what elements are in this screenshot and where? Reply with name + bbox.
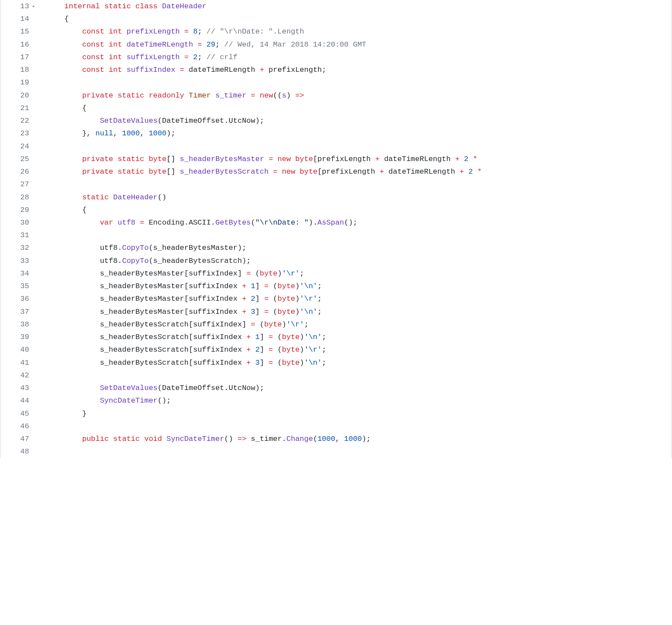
- code-view[interactable]: 13 internal static class DateHeader14 {1…: [0, 0, 672, 458]
- code-line[interactable]: 43 SetDateValues(DateTimeOffset.UtcNow);: [0, 382, 672, 394]
- line-number[interactable]: 34: [0, 267, 37, 280]
- line-number[interactable]: 37: [0, 306, 37, 318]
- code-content[interactable]: s_headerBytesMaster[suffixIndex + 1] = (…: [37, 280, 672, 292]
- line-number[interactable]: 48: [0, 445, 37, 458]
- line-number[interactable]: 29: [0, 204, 37, 216]
- code-line[interactable]: 27: [0, 178, 672, 191]
- code-content[interactable]: const int suffixLength = 2; // crlf: [37, 51, 672, 64]
- code-content[interactable]: utf8.CopyTo(s_headerBytesMaster);: [37, 242, 672, 254]
- code-content[interactable]: {: [37, 102, 672, 114]
- code-content[interactable]: const int suffixIndex = dateTimeRLength …: [37, 64, 672, 76]
- code-content[interactable]: s_headerBytesScratch[suffixIndex + 1] = …: [37, 331, 672, 343]
- line-number[interactable]: 24: [0, 140, 37, 153]
- code-content[interactable]: }, null, 1000, 1000);: [37, 127, 672, 140]
- line-number[interactable]: 47: [0, 433, 37, 445]
- chevron-down-icon[interactable]: [31, 4, 36, 9]
- code-content[interactable]: s_headerBytesScratch[suffixIndex + 3] = …: [37, 356, 672, 369]
- code-content[interactable]: s_headerBytesScratch[suffixIndex + 2] = …: [37, 343, 672, 356]
- line-number[interactable]: 42: [0, 369, 37, 382]
- code-content[interactable]: internal static class DateHeader: [37, 0, 672, 13]
- code-line[interactable]: 17 const int suffixLength = 2; // crlf: [0, 51, 672, 64]
- code-line[interactable]: 25 private static byte[] s_headerBytesMa…: [0, 153, 672, 165]
- code-line[interactable]: 26 private static byte[] s_headerBytesSc…: [0, 165, 672, 178]
- code-line[interactable]: 23 }, null, 1000, 1000);: [0, 127, 672, 140]
- code-line[interactable]: 21 {: [0, 102, 672, 114]
- code-content[interactable]: s_headerBytesMaster[suffixIndex] = (byte…: [37, 267, 672, 280]
- code-line[interactable]: 30 var utf8 = Encoding.ASCII.GetBytes("\…: [0, 216, 672, 229]
- code-content[interactable]: [37, 369, 672, 382]
- code-line[interactable]: 31: [0, 229, 672, 242]
- code-line[interactable]: 34 s_headerBytesMaster[suffixIndex] = (b…: [0, 267, 672, 280]
- code-line[interactable]: 18 const int suffixIndex = dateTimeRLeng…: [0, 64, 672, 76]
- line-number[interactable]: 44: [0, 394, 37, 407]
- code-content[interactable]: utf8.CopyTo(s_headerBytesScratch);: [37, 255, 672, 267]
- code-line[interactable]: 44 SyncDateTimer();: [0, 394, 672, 407]
- code-line[interactable]: 19: [0, 76, 672, 89]
- code-content[interactable]: [37, 76, 672, 89]
- code-line[interactable]: 37 s_headerBytesMaster[suffixIndex + 3] …: [0, 306, 672, 318]
- line-number[interactable]: 39: [0, 331, 37, 343]
- code-content[interactable]: private static readonly Timer s_timer = …: [37, 89, 672, 102]
- line-number[interactable]: 40: [0, 343, 37, 356]
- line-number[interactable]: 35: [0, 280, 37, 292]
- code-content[interactable]: }: [37, 407, 672, 420]
- code-content[interactable]: s_headerBytesMaster[suffixIndex + 2] = (…: [37, 292, 672, 305]
- code-content[interactable]: s_headerBytesMaster[suffixIndex + 3] = (…: [37, 306, 672, 318]
- line-number[interactable]: 27: [0, 178, 37, 191]
- code-line[interactable]: 13 internal static class DateHeader: [0, 0, 672, 13]
- code-content[interactable]: s_headerBytesScratch[suffixIndex] = (byt…: [37, 318, 672, 331]
- code-content[interactable]: SetDateValues(DateTimeOffset.UtcNow);: [37, 382, 672, 394]
- line-number[interactable]: 22: [0, 114, 37, 127]
- code-line[interactable]: 16 const int dateTimeRLength = 29; // We…: [0, 38, 672, 51]
- code-line[interactable]: 35 s_headerBytesMaster[suffixIndex + 1] …: [0, 280, 672, 292]
- line-number[interactable]: 15: [0, 25, 37, 38]
- code-content[interactable]: {: [37, 13, 672, 25]
- code-content[interactable]: public static void SyncDateTimer() => s_…: [37, 433, 672, 445]
- code-line[interactable]: 40 s_headerBytesScratch[suffixIndex + 2]…: [0, 343, 672, 356]
- line-number[interactable]: 36: [0, 292, 37, 305]
- code-content[interactable]: [37, 140, 672, 153]
- line-number[interactable]: 25: [0, 153, 37, 165]
- line-number[interactable]: 32: [0, 242, 37, 254]
- code-line[interactable]: 38 s_headerBytesScratch[suffixIndex] = (…: [0, 318, 672, 331]
- code-line[interactable]: 29 {: [0, 204, 672, 216]
- code-line[interactable]: 28 static DateHeader(): [0, 191, 672, 204]
- code-line[interactable]: 33 utf8.CopyTo(s_headerBytesScratch);: [0, 255, 672, 267]
- code-line[interactable]: 14 {: [0, 13, 672, 25]
- code-content[interactable]: SyncDateTimer();: [37, 394, 672, 407]
- code-content[interactable]: SetDateValues(DateTimeOffset.UtcNow);: [37, 114, 672, 127]
- line-number[interactable]: 41: [0, 356, 37, 369]
- code-content[interactable]: [37, 229, 672, 242]
- line-number[interactable]: 26: [0, 165, 37, 178]
- code-line[interactable]: 20 private static readonly Timer s_timer…: [0, 89, 672, 102]
- line-number[interactable]: 46: [0, 420, 37, 433]
- code-line[interactable]: 24: [0, 140, 672, 153]
- code-line[interactable]: 42: [0, 369, 672, 382]
- code-line[interactable]: 47 public static void SyncDateTimer() =>…: [0, 433, 672, 445]
- code-content[interactable]: private static byte[] s_headerBytesScrat…: [37, 165, 672, 178]
- code-line[interactable]: 39 s_headerBytesScratch[suffixIndex + 1]…: [0, 331, 672, 343]
- line-number[interactable]: 43: [0, 382, 37, 394]
- code-content[interactable]: var utf8 = Encoding.ASCII.GetBytes("\r\n…: [37, 216, 672, 229]
- code-content[interactable]: [37, 445, 672, 458]
- code-content[interactable]: private static byte[] s_headerBytesMaste…: [37, 153, 672, 165]
- code-line[interactable]: 22 SetDateValues(DateTimeOffset.UtcNow);: [0, 114, 672, 127]
- code-content[interactable]: {: [37, 204, 672, 216]
- line-number[interactable]: 17: [0, 51, 37, 64]
- line-number[interactable]: 30: [0, 216, 37, 229]
- line-number[interactable]: 21: [0, 102, 37, 114]
- code-line[interactable]: 36 s_headerBytesMaster[suffixIndex + 2] …: [0, 292, 672, 305]
- code-content[interactable]: const int prefixLength = 8; // "\r\nDate…: [37, 25, 672, 38]
- line-number[interactable]: 20: [0, 89, 37, 102]
- line-number[interactable]: 23: [0, 127, 37, 140]
- code-line[interactable]: 32 utf8.CopyTo(s_headerBytesMaster);: [0, 242, 672, 254]
- line-number[interactable]: 31: [0, 229, 37, 242]
- code-line[interactable]: 48: [0, 445, 672, 458]
- line-number[interactable]: 28: [0, 191, 37, 204]
- code-line[interactable]: 45 }: [0, 407, 672, 420]
- line-number[interactable]: 45: [0, 407, 37, 420]
- line-number[interactable]: 13: [0, 0, 37, 13]
- code-content[interactable]: const int dateTimeRLength = 29; // Wed, …: [37, 38, 672, 51]
- code-line[interactable]: 15 const int prefixLength = 8; // "\r\nD…: [0, 25, 672, 38]
- line-number[interactable]: 18: [0, 64, 37, 76]
